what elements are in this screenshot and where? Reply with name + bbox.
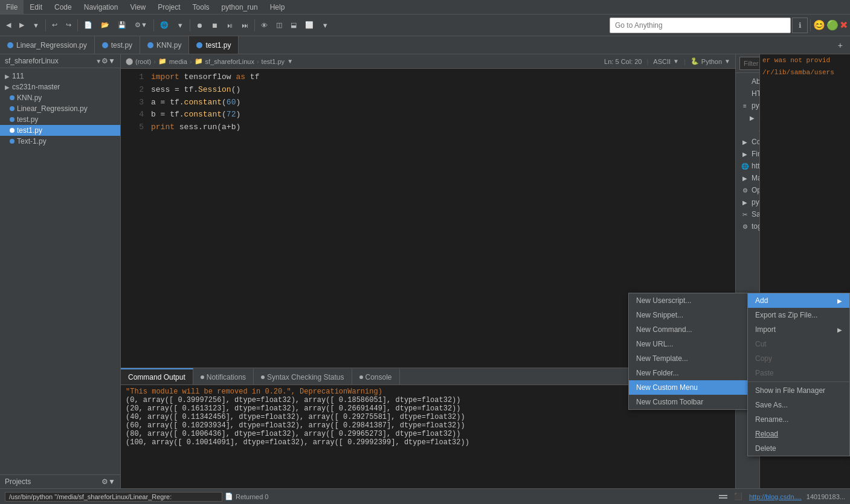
ctx-sub-export[interactable]: Export as Zip File... [748,308,849,322]
tool-icon-python-run: ≡ [741,101,749,110]
tab-label-linear: Linear_Regression.py [16,41,87,49]
project-gear-button[interactable]: ⚙▼ [101,57,115,65]
new-file-button[interactable]: 📄 [80,18,96,33]
line-num-1: 1 [126,71,144,84]
dropdown-nav[interactable]: ▼ [29,18,43,33]
open-button[interactable]: 📂 [97,18,113,33]
menu-code[interactable]: Code [48,0,78,14]
tab-test1[interactable]: test1.py [189,36,239,54]
globe-dropdown[interactable]: ▼ [173,18,187,33]
context-menu-main: New Userscript... New Snippet... New Com… [628,293,749,410]
preview-button[interactable]: 👁 [257,18,271,33]
ctx-sub-delete[interactable]: Delete [748,441,849,456]
layout-dropdown[interactable]: ▼ [318,18,332,33]
menu-python-run[interactable]: python_run [216,0,264,14]
sidebar-left: sf_shareforLinux ▼ ⚙▼ ▶ 111 ▶ cs231n-mas… [0,54,121,488]
ctx-new-folder[interactable]: New Folder... [629,366,749,380]
file-tree-item-test[interactable]: test.py [0,114,120,125]
split-h-button[interactable]: ◫ [272,18,286,33]
goto-info-icon[interactable]: ℹ [792,18,808,33]
breadcrumb-bar: ⬤ (root) › 📁 media › 📁 sf_shareforLinux … [121,54,735,69]
ctx-sub-reload[interactable]: Reload [748,427,849,441]
close-btn-red[interactable]: ✖ [840,19,848,31]
sep-enc: | [646,58,648,65]
ctx-new-snippet[interactable]: New Snippet... [629,308,749,322]
breadcrumb-sf[interactable]: sf_shareforLinux [205,58,254,65]
breadcrumb-root[interactable]: (root) [135,58,151,65]
ctx-sub-rename[interactable]: Rename... [748,412,849,427]
ctx-sub-save-as[interactable]: Save As... [748,398,849,412]
file-dot-knn [10,95,14,100]
split-v-button[interactable]: ⬓ [287,18,300,33]
projects-gear-button[interactable]: ⚙▼ [101,477,115,486]
menu-file[interactable]: File [0,0,24,14]
tab-linear-regression[interactable]: Linear_Regression.py [0,36,95,54]
tab-icon-linear [7,42,13,48]
ctx-sub-copy: Copy [748,351,849,366]
fullscreen-button[interactable]: ⬜ [301,18,317,33]
menu-tools[interactable]: Tools [187,0,216,14]
ctx-new-userscript[interactable]: New Userscript... [629,293,749,308]
file-tree-item-text1[interactable]: Text-1.py [0,136,120,147]
menu-navigation[interactable]: Navigation [78,0,124,14]
bottom-tab-command-output[interactable]: Command Output [121,368,193,384]
encoding-dropdown[interactable]: ▼ [673,58,679,65]
ctx-sub-add[interactable]: Add ▶ [748,293,849,308]
breadcrumb-media[interactable]: media [169,58,187,65]
tab-test[interactable]: test.py [95,36,140,54]
file-dot-text1 [10,139,14,144]
file-tree-item-cs231n[interactable]: ▶ cs231n-master [0,81,120,92]
ctx-new-command[interactable]: New Command... [629,322,749,337]
stop-button[interactable]: ⏹ [208,18,222,33]
breadcrumb-file[interactable]: test1.py [262,58,285,65]
smiley-green: 🟢 [826,19,839,31]
menu-edit[interactable]: Edit [24,0,48,14]
undo-button[interactable]: ↩ [48,18,61,33]
redo-button[interactable]: ↪ [62,18,75,33]
file-tree-item-linear[interactable]: Linear_Regression.py [0,103,120,114]
ctx-new-url[interactable]: New URL... [629,337,749,351]
menu-view[interactable]: View [124,0,152,14]
new-tab-button[interactable]: + [834,37,846,53]
status-blog-link[interactable]: http://blog.csdn.... [749,493,802,500]
status-path-input[interactable] [5,492,222,502]
breadcrumb-dropdown[interactable]: ▼ [287,58,293,65]
forward-button[interactable]: ▶ [16,18,28,33]
tab-knn[interactable]: KNN.py [140,36,189,54]
tool-icon-slashdot: 🌐 [741,162,749,170]
run-all-button[interactable]: ⏭ [238,18,252,33]
sep-lang: | [684,58,686,65]
project-name[interactable]: sf_shareforLinux [5,57,95,65]
tool-icon-python-run2: ▶ [741,198,749,206]
file-tree-item-test1[interactable]: test1.py [0,125,120,136]
file-tree-item-knn[interactable]: KNN.py [0,92,120,103]
folder-label-cs231n: cs231n-master [12,83,60,91]
separator-5 [254,19,255,31]
bottom-tab-syntax[interactable]: Syntax Checking Status [254,368,352,384]
menu-help[interactable]: Help [264,0,291,14]
lang-dropdown[interactable]: ▼ [724,58,730,65]
ctx-separator [748,381,849,382]
ctx-sub-show-file-manager[interactable]: Show in File Manager [748,383,849,398]
bottom-tab-notifications[interactable]: Notifications [193,368,254,384]
line-1 [719,495,727,496]
ctx-new-template[interactable]: New Template... [629,351,749,366]
menu-project[interactable]: Project [152,0,186,14]
preferences-button[interactable]: ⚙▼ [131,18,151,33]
projects-label: Projects [5,477,101,486]
separator-4 [190,19,190,31]
save-button[interactable]: 💾 [114,18,130,33]
file-tree-item-111[interactable]: ▶ 111 [0,71,120,81]
globe-button[interactable]: 🌐 [156,18,172,33]
ctx-new-custom-menu[interactable]: New Custom Menu [629,380,749,395]
toolbar: ◀ ▶ ▼ ↩ ↪ 📄 📂 💾 ⚙▼ 🌐 ▼ ⏺ ⏹ ⏯ ⏭ 👁 ◫ ⬓ ⬜ ▼… [0,14,850,36]
ctx-new-custom-toolbar[interactable]: New Custom Toolbar [629,395,749,409]
record-button[interactable]: ⏺ [193,18,207,33]
ctx-sub-add-arrow: ▶ [837,298,842,304]
back-button[interactable]: ◀ [2,18,14,33]
run-macro-button[interactable]: ⏯ [223,18,237,33]
ctx-sub-import[interactable]: Import ▶ [748,322,849,337]
two-lines-icon[interactable] [719,495,727,499]
goto-input[interactable] [610,18,791,33]
bottom-tab-console[interactable]: Console [352,368,400,384]
